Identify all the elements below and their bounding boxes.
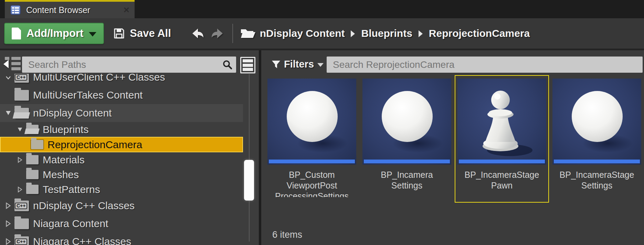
tree-scrollbar-track[interactable]	[249, 74, 250, 242]
breadcrumb-blueprints[interactable]: Blueprints	[361, 28, 412, 39]
expander-collapsed-icon[interactable]	[3, 202, 13, 209]
folder-icon	[31, 140, 43, 149]
pawn-icon	[457, 79, 546, 165]
tree-item-blueprints[interactable]: Blueprints	[0, 122, 243, 137]
folder-open-icon	[26, 125, 39, 134]
tree-item-ndisplay-content[interactable]: nDisplay Content	[0, 104, 243, 122]
tree-item-materials[interactable]: Materials	[0, 152, 243, 167]
breadcrumb: nDisplay Content Blueprints Reprojection…	[260, 28, 530, 39]
search-paths-box	[22, 57, 236, 73]
toolbar: Add/Import Save All nDisplay C	[0, 18, 644, 49]
tree-item-multiuserclient-cpp-classes[interactable]: MultiUserClient C++ Classes	[0, 74, 243, 86]
tab-content-browser[interactable]: Content Browser ✕	[5, 0, 135, 18]
asset-label: BP_Incamera Settings	[362, 170, 451, 197]
folder-icon	[14, 218, 29, 229]
tree-item-reprojectioncamera[interactable]: ReprojectionCamera	[0, 137, 243, 152]
item-count-status: 6 items	[272, 229, 302, 240]
asset-tile-bp-customviewportpostprocessingsettings[interactable]: BP_Custom ViewportPost ProcessingSetting…	[267, 79, 356, 197]
toolbar-divider	[232, 24, 233, 43]
chevron-down-icon	[89, 32, 96, 37]
asset-thumbnail-sphere	[362, 79, 451, 165]
folder-open-icon	[14, 108, 29, 119]
tree-item-ndisplay-cpp-classes[interactable]: nDisplay C++ Classes	[0, 197, 243, 215]
chevron-down-icon	[317, 63, 324, 67]
expander-expanded-icon[interactable]	[3, 110, 13, 116]
sources-icon	[5, 57, 9, 60]
blueprint-stripe	[554, 160, 640, 163]
content-browser-icon	[10, 5, 21, 15]
breadcrumb-ndisplay-content[interactable]: nDisplay Content	[260, 28, 345, 39]
asset-thumbnail-pawn	[457, 79, 546, 165]
add-import-button[interactable]: Add/Import	[4, 23, 104, 44]
breadcrumb-reprojectioncamera[interactable]: ReprojectionCamera	[429, 28, 530, 39]
breadcrumb-separator-icon	[351, 30, 355, 37]
new-asset-icon	[12, 28, 21, 40]
folder-icon	[14, 90, 29, 101]
path-view-options-button[interactable]	[240, 57, 255, 73]
asset-label: BP_IncameraStage Pawn	[457, 170, 546, 197]
folder-cpp-icon	[14, 236, 29, 245]
tree-item-testpatterns[interactable]: TestPatterns	[0, 182, 243, 197]
open-folder-icon	[240, 27, 256, 40]
forward-arrow-button[interactable]	[210, 28, 224, 39]
filters-button[interactable]: Filters	[272, 59, 324, 70]
blueprint-stripe	[459, 160, 545, 163]
tree-item-niagara-content[interactable]: Niagara Content	[0, 215, 243, 233]
filter-funnel-icon	[272, 60, 281, 69]
tree-scrollbar-thumb[interactable]	[244, 160, 254, 201]
list-view-icon	[243, 59, 253, 62]
tab-close-icon[interactable]: ✕	[123, 6, 130, 14]
tree-item-multiusertakes-content[interactable]: MultiUserTakes Content	[0, 86, 243, 104]
asset-thumbnail-sphere	[267, 79, 356, 165]
blueprint-stripe	[364, 160, 450, 163]
add-import-label: Add/Import	[27, 27, 83, 40]
asset-thumbnail-sphere	[552, 79, 641, 165]
search-assets-box	[327, 57, 643, 73]
folder-tree: MultiUserClient C++ Classes MultiUserTak…	[0, 74, 259, 245]
tab-title: Content Browser	[26, 5, 118, 15]
expander-collapsed-icon[interactable]	[3, 220, 13, 227]
asset-panel: Filters BP_Custom ViewportPost Pro	[261, 50, 644, 245]
tab-strip: Content Browser ✕	[0, 0, 644, 18]
expander-expanded-icon[interactable]	[3, 74, 13, 81]
tree-item-niagara-cpp-classes[interactable]: Niagara C++ Classes	[0, 233, 243, 245]
folder-icon	[26, 155, 39, 164]
asset-tile-bp-incamerasettings[interactable]: BP_Incamera Settings	[362, 79, 451, 197]
history-navigation	[191, 28, 224, 39]
asset-tile-bp-incamerastagepawn[interactable]: BP_IncameraStage Pawn	[457, 79, 546, 197]
collapse-sources-button[interactable]	[3, 56, 22, 74]
expander-collapsed-icon[interactable]	[15, 157, 25, 163]
asset-grid: BP_Custom ViewportPost ProcessingSetting…	[267, 79, 641, 197]
expander-collapsed-icon[interactable]	[3, 238, 13, 245]
save-all-button[interactable]: Save All	[113, 27, 171, 40]
folder-icon	[26, 170, 39, 179]
folder-cpp-icon	[14, 74, 29, 83]
asset-tile-bp-incamerastagesettings[interactable]: BP_IncameraStage Settings	[552, 79, 641, 197]
back-arrow-button[interactable]	[191, 28, 205, 39]
sources-panel: MultiUserClient C++ Classes MultiUserTak…	[0, 50, 259, 245]
panel-splitter[interactable]	[259, 50, 261, 245]
expander-expanded-icon[interactable]	[15, 126, 25, 133]
expander-collapsed-icon[interactable]	[15, 186, 25, 193]
search-assets-input[interactable]	[327, 59, 643, 70]
save-icon	[113, 27, 125, 40]
search-paths-input[interactable]	[22, 59, 222, 70]
asset-label: BP_Custom ViewportPost ProcessingSetting…	[267, 170, 356, 197]
arrow-left-icon	[3, 60, 9, 68]
content-browser-window: Content Browser ✕ Add/Import Save All	[0, 0, 644, 245]
save-all-label: Save All	[130, 27, 171, 40]
folder-cpp-icon	[14, 201, 29, 211]
blueprint-stripe	[269, 160, 355, 163]
main-area: MultiUserClient C++ Classes MultiUserTak…	[0, 50, 644, 245]
folder-icon	[26, 185, 39, 194]
search-icon	[222, 60, 233, 70]
tree-item-meshes[interactable]: Meshes	[0, 167, 243, 182]
breadcrumb-separator-icon	[419, 30, 423, 37]
asset-label: BP_IncameraStage Settings	[552, 170, 641, 197]
